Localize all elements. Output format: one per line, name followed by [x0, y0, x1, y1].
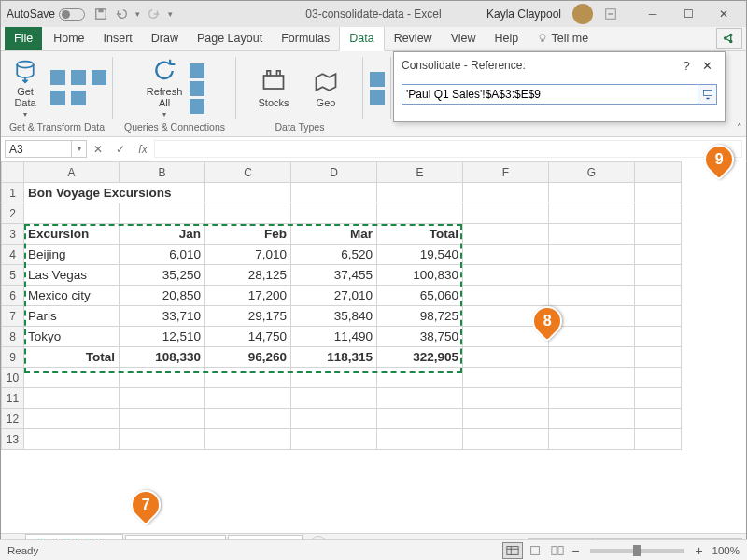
tab-data[interactable]: Data: [339, 26, 384, 51]
cell[interactable]: [24, 203, 120, 224]
consolidate-reference-input[interactable]: [402, 84, 698, 105]
tab-insert[interactable]: Insert: [94, 27, 142, 50]
cell[interactable]: 35,250: [120, 265, 205, 286]
cell[interactable]: [463, 183, 549, 203]
cell[interactable]: 65,060: [377, 286, 463, 306]
share-button[interactable]: [716, 28, 742, 49]
cell[interactable]: 14,750: [205, 327, 291, 347]
close-button[interactable]: ✕: [707, 1, 740, 27]
cell[interactable]: [463, 265, 549, 286]
cell[interactable]: 27,010: [291, 286, 377, 306]
col-header[interactable]: A: [24, 162, 120, 183]
text-csv-icon[interactable]: [50, 70, 65, 85]
autosave-toggle[interactable]: [59, 8, 85, 21]
page-layout-view-button[interactable]: [525, 542, 545, 559]
col-header[interactable]: B: [120, 162, 205, 183]
row-header[interactable]: 13: [2, 429, 24, 450]
cell[interactable]: 28,125: [205, 265, 291, 286]
cell[interactable]: [463, 245, 549, 265]
cell[interactable]: [549, 347, 635, 368]
tab-tellme[interactable]: Tell me: [528, 27, 598, 50]
cell[interactable]: 12,510: [120, 327, 205, 347]
cell[interactable]: [463, 203, 549, 224]
cell[interactable]: [549, 265, 635, 286]
row-header[interactable]: 2: [2, 203, 24, 224]
tab-review[interactable]: Review: [385, 27, 442, 50]
table-range-icon[interactable]: [92, 70, 106, 85]
cell[interactable]: Paris: [24, 306, 120, 327]
cell[interactable]: 7,010: [205, 245, 291, 265]
cell[interactable]: [463, 347, 549, 368]
name-box-dropdown[interactable]: ▾: [72, 140, 87, 158]
formula-input[interactable]: [154, 140, 742, 158]
page-break-view-button[interactable]: [547, 542, 568, 559]
cell[interactable]: [549, 327, 635, 347]
row-header[interactable]: 9: [2, 347, 24, 368]
tab-formulas[interactable]: Formulas: [272, 27, 339, 50]
cell[interactable]: 96,260: [205, 347, 291, 368]
row-header[interactable]: 6: [2, 286, 24, 306]
row-header[interactable]: 4: [2, 245, 24, 265]
cell[interactable]: [549, 245, 635, 265]
name-box[interactable]: A3: [5, 140, 72, 158]
cell[interactable]: Bon Voyage Excursions: [24, 183, 205, 203]
recent-icon[interactable]: [50, 91, 65, 105]
stocks-button[interactable]: Stocks: [254, 69, 293, 108]
undo-icon[interactable]: [115, 7, 128, 21]
sort-za-icon[interactable]: [370, 90, 385, 105]
cell[interactable]: Mexico city: [24, 286, 120, 306]
col-header[interactable]: D: [291, 162, 377, 183]
zoom-out-button[interactable]: −: [568, 543, 583, 558]
zoom-in-button[interactable]: +: [691, 543, 706, 558]
cell[interactable]: 38,750: [377, 327, 463, 347]
cell[interactable]: 17,200: [205, 286, 291, 306]
col-header[interactable]: G: [549, 162, 635, 183]
sort-az-icon[interactable]: [370, 72, 385, 87]
save-icon[interactable]: [94, 7, 107, 21]
tab-file[interactable]: File: [5, 27, 42, 50]
row-header[interactable]: 1: [2, 183, 24, 203]
row-header[interactable]: 12: [2, 409, 24, 429]
cell[interactable]: 108,330: [120, 347, 205, 368]
cell[interactable]: 100,830: [377, 265, 463, 286]
ribbon-options-icon[interactable]: [604, 7, 617, 21]
cell[interactable]: [205, 203, 291, 224]
edit-links-icon[interactable]: [190, 99, 204, 114]
row-header[interactable]: 11: [2, 388, 24, 409]
tab-page-layout[interactable]: Page Layout: [188, 27, 272, 50]
cell[interactable]: Mar: [291, 224, 377, 245]
cell[interactable]: 98,725: [377, 306, 463, 327]
row-header[interactable]: 10: [2, 368, 24, 388]
row-header[interactable]: 8: [2, 327, 24, 347]
cell[interactable]: [463, 286, 549, 306]
tab-view[interactable]: View: [442, 27, 486, 50]
properties-icon[interactable]: [190, 81, 204, 96]
cell[interactable]: Beijing: [24, 245, 120, 265]
zoom-slider[interactable]: [590, 549, 684, 553]
cell[interactable]: [377, 183, 463, 203]
web-icon[interactable]: [71, 70, 86, 85]
cell[interactable]: 322,905: [377, 347, 463, 368]
tab-home[interactable]: Home: [44, 27, 93, 50]
get-data-button[interactable]: Get Data ▾: [6, 58, 45, 119]
tab-draw[interactable]: Draw: [142, 27, 188, 50]
refresh-all-button[interactable]: Refresh All ▾: [145, 58, 184, 119]
row-header[interactable]: 5: [2, 265, 24, 286]
cancel-formula-button[interactable]: ✕: [87, 137, 109, 161]
cell[interactable]: [120, 203, 205, 224]
collapse-ribbon-button[interactable]: ˄: [737, 122, 742, 134]
minimize-button[interactable]: ─: [636, 1, 669, 27]
worksheet-grid[interactable]: A B C D E F G 1 Bon Voyage Excursions 2 …: [1, 161, 746, 533]
cell[interactable]: [549, 224, 635, 245]
help-button[interactable]: ?: [676, 59, 697, 73]
autosave-control[interactable]: AutoSave: [7, 7, 85, 21]
geography-button[interactable]: Geo: [306, 69, 345, 108]
avatar[interactable]: [572, 4, 593, 24]
expand-dialog-button[interactable]: [698, 84, 717, 105]
confirm-formula-button[interactable]: ✓: [109, 137, 132, 161]
col-header[interactable]: F: [463, 162, 549, 183]
cell[interactable]: Las Vegas: [24, 265, 120, 286]
cell[interactable]: 6,010: [120, 245, 205, 265]
cell[interactable]: [549, 183, 635, 203]
cell[interactable]: 20,850: [120, 286, 205, 306]
